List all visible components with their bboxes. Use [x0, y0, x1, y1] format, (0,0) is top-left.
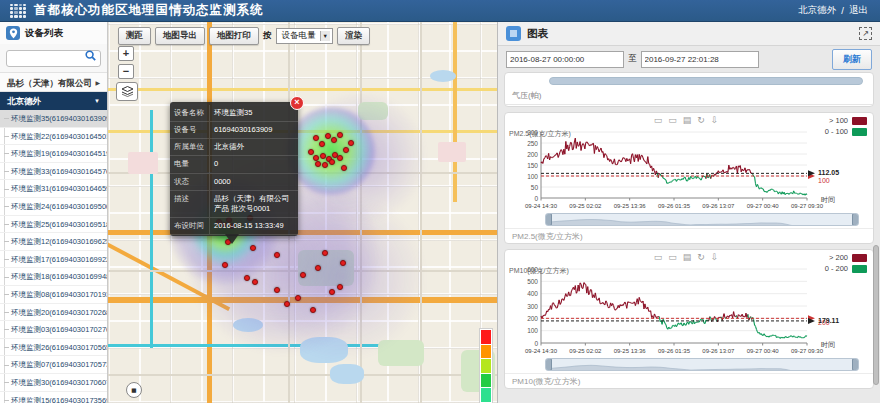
device-marker-dot[interactable]	[341, 165, 347, 171]
device-marker-dot[interactable]	[322, 162, 328, 168]
logout-link[interactable]: 退出	[849, 4, 868, 17]
device-marker-dot[interactable]	[310, 307, 316, 313]
restore-icon[interactable]: ↻	[697, 252, 711, 262]
sidebar-item-device[interactable]: 环境监测35(61694030163909)✓	[0, 110, 107, 128]
measure-distance-button[interactable]: 测距	[118, 27, 151, 45]
date-from-input[interactable]	[506, 51, 624, 68]
map-layers-button[interactable]	[116, 82, 138, 101]
legend-item[interactable]: 0 - 200	[825, 263, 867, 274]
sidebar-group-row[interactable]: 北京德外 ▼	[0, 92, 107, 110]
popup-close-button[interactable]: ×	[290, 96, 304, 110]
user-name[interactable]: 北京德外	[798, 4, 836, 17]
refresh-button[interactable]: 刷新	[832, 49, 872, 70]
device-label: 环境监测31(61694030164659)	[11, 184, 107, 193]
device-marker-dot[interactable]	[329, 159, 335, 165]
device-marker-dot[interactable]	[343, 147, 349, 153]
device-marker-dot[interactable]	[313, 135, 319, 141]
sidebar-item-device[interactable]: 环境监测15(61694030173569)	[0, 392, 107, 403]
charts-panel-title: 图表	[527, 27, 548, 41]
sidebar-item-device[interactable]: 环境监测25(61694030169518)	[0, 216, 107, 234]
render-field-select[interactable]: 设备电量 ▼	[276, 28, 333, 44]
device-marker-dot[interactable]	[319, 141, 325, 147]
data-view-icon[interactable]: ▤	[683, 252, 698, 262]
zoom-select-icon[interactable]: ▭	[654, 252, 669, 262]
zoom-restore-icon[interactable]: ▭	[668, 115, 683, 125]
district-block	[438, 142, 466, 162]
svg-text:09-26 13:07: 09-26 13:07	[702, 348, 735, 354]
search-icon[interactable]	[85, 50, 96, 61]
map-zoom-out-button[interactable]: −	[118, 64, 134, 79]
device-marker-dot[interactable]	[308, 149, 314, 155]
sidebar-item-device[interactable]: 环境监测17(61694030169922)	[0, 251, 107, 269]
save-image-icon[interactable]: ⇩	[711, 252, 725, 262]
map-print-button[interactable]: 地图打印	[209, 27, 259, 45]
pm25-chart[interactable]: 05010015020025030009-24 14:3009-25 02:02…	[507, 128, 863, 212]
sidebar-item-device[interactable]: 环境监测07(61694030170573)	[0, 356, 107, 374]
device-label: 环境监测24(61694030169500)	[11, 202, 107, 211]
date-to-input[interactable]	[641, 51, 759, 68]
sidebar-item-device[interactable]: 环境监测18(61694030169948)	[0, 268, 107, 286]
device-marker-dot[interactable]	[337, 155, 343, 161]
data-view-icon[interactable]: ▤	[683, 115, 698, 125]
device-marker-dot[interactable]	[250, 245, 256, 251]
sidebar-item-device[interactable]: 环境监测20(61694030170268)	[0, 304, 107, 322]
sidebar-item-device[interactable]: 环境监测12(61694030169625)	[0, 233, 107, 251]
chart-toolbox: ▭▭▤↻⇩	[505, 115, 873, 125]
device-marker-dot[interactable]	[252, 279, 258, 285]
sidebar-item-device[interactable]: 环境监测30(61694030170607)	[0, 374, 107, 392]
popup-row-value: 2016-08-15 13:33:49	[210, 218, 298, 235]
charts-panel-icon	[506, 26, 521, 41]
pressure-datazoom-slider[interactable]	[549, 77, 863, 85]
expand-panel-icon[interactable]: ↗	[859, 27, 872, 40]
zoom-select-icon[interactable]: ▭	[654, 115, 669, 125]
map-canvas[interactable]: 测距 地图导出 地图打印 按 设备电量 ▼ 渲染 + − ◆ 设备名称环境监测3…	[108, 22, 497, 403]
device-marker-dot[interactable]	[295, 295, 301, 301]
device-marker-dot[interactable]	[340, 260, 346, 266]
map-road	[108, 374, 497, 376]
pm10-chart[interactable]: 010020030040050060009-24 14:3009-25 02:0…	[507, 265, 863, 357]
save-image-icon[interactable]: ⇩	[711, 115, 725, 125]
restore-icon[interactable]: ↻	[697, 115, 711, 125]
legend-item[interactable]: 0 - 100	[825, 126, 867, 137]
legend-item[interactable]: > 100	[825, 115, 867, 126]
device-label: 环境监测22(61694030164501)	[11, 132, 107, 141]
zoom-restore-icon[interactable]: ▭	[668, 252, 683, 262]
sidebar-item-device[interactable]: 环境监测31(61694030164659)	[0, 180, 107, 198]
device-marker-dot[interactable]	[274, 287, 280, 293]
device-label: 环境监测08(61694030170193)	[11, 290, 107, 299]
device-marker-dot[interactable]	[315, 265, 321, 271]
device-marker-dot[interactable]	[315, 161, 321, 167]
legend-item[interactable]: > 200	[825, 252, 867, 263]
device-marker-dot[interactable]	[322, 250, 328, 256]
map-export-button[interactable]: 地图导出	[155, 27, 205, 45]
device-marker-dot[interactable]	[284, 301, 290, 307]
render-button[interactable]: 渲染	[337, 27, 370, 45]
map-locate-button[interactable]: ◆	[126, 382, 142, 398]
device-marker-dot[interactable]	[274, 252, 280, 258]
device-marker-dot[interactable]	[348, 140, 354, 146]
device-marker-dot[interactable]	[329, 289, 335, 295]
device-marker-dot[interactable]	[337, 132, 343, 138]
heat-legend-segment	[481, 388, 491, 402]
sidebar-item-device[interactable]: 环境监测26(61694030170565)	[0, 339, 107, 357]
sidebar-item-device[interactable]: 环境监测03(61694030170276)	[0, 321, 107, 339]
device-marker-dot[interactable]	[331, 137, 337, 143]
group-name: 北京德外	[7, 92, 41, 110]
device-marker-dot[interactable]	[300, 272, 306, 278]
device-marker-dot[interactable]	[244, 275, 250, 281]
sidebar-item-device[interactable]: 环境监测24(61694030169500)	[0, 198, 107, 216]
popup-row-value: 晶杉（天津）有限公司产品 批次号0001	[210, 191, 298, 218]
datazoom-slider[interactable]	[545, 358, 859, 371]
device-marker-dot[interactable]	[337, 284, 343, 290]
device-marker-dot[interactable]	[325, 133, 331, 139]
datazoom-slider[interactable]	[545, 213, 859, 226]
panel-scrollbar-thumb[interactable]	[873, 245, 879, 385]
sidebar-item-device[interactable]: 环境监测08(61694030170193)	[0, 286, 107, 304]
sidebar-item-device[interactable]: 环境监测22(61694030164501)	[0, 128, 107, 146]
sidebar-item-device[interactable]: 环境监测33(61694030164576)	[0, 163, 107, 181]
sidebar-item-device[interactable]: 环境监测19(61694030164519)	[0, 145, 107, 163]
popup-row-key: 设备号	[170, 122, 210, 139]
sidebar-company-row[interactable]: 晶杉（天津）有限公司 ▶	[0, 72, 107, 92]
map-zoom-in-button[interactable]: +	[118, 46, 134, 61]
device-marker-dot[interactable]	[222, 262, 228, 268]
